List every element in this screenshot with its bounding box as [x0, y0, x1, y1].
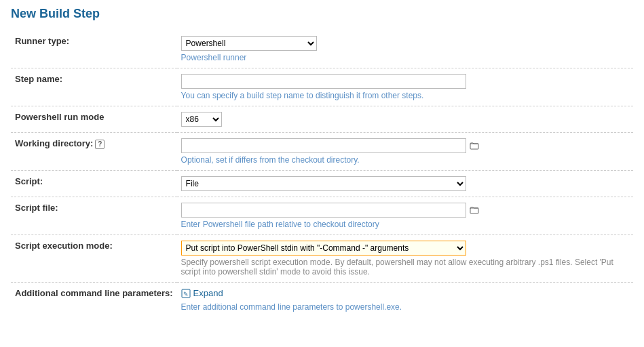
execution-mode-select[interactable]: Put script into PowerShell stdin with "-…	[181, 241, 466, 256]
working-dir-row: Working directory:? Optional, set if dif…	[11, 133, 633, 171]
script-file-input[interactable]	[181, 203, 466, 218]
additional-params-hint: Enter additional command line parameters…	[181, 302, 629, 312]
working-dir-label: Working directory:?	[15, 138, 105, 148]
execution-mode-row: Script execution mode: Put script into P…	[11, 235, 633, 283]
script-file-row: Script file: Enter Powershell file path …	[11, 197, 633, 235]
script-row: Script: File Source code	[11, 171, 633, 197]
run-mode-label: Powershell run mode	[15, 112, 104, 122]
svg-rect-0	[470, 144, 478, 149]
working-dir-input[interactable]	[181, 138, 466, 153]
runner-type-hint: Powershell runner	[181, 53, 629, 62]
script-file-hint: Enter Powershell file path relative to c…	[181, 220, 629, 229]
page-title: New Build Step	[11, 7, 633, 21]
build-step-form: Runner type: Powershell Powershell runne…	[11, 30, 633, 317]
script-label: Script:	[15, 176, 43, 186]
expand-link[interactable]: ✎ Expand	[181, 288, 223, 298]
expand-icon: ✎	[181, 289, 191, 298]
execution-mode-hint: Specify powershell script execution mode…	[181, 258, 629, 277]
step-name-row: Step name: You can specify a build step …	[11, 68, 633, 106]
svg-rect-1	[470, 208, 478, 213]
script-select[interactable]: File Source code	[181, 176, 466, 191]
step-name-hint: You can specify a build step name to dis…	[181, 91, 629, 100]
working-dir-hint: Optional, set if differs from the checko…	[181, 155, 629, 165]
working-dir-browse-icon[interactable]	[469, 140, 480, 151]
runner-type-select[interactable]: Powershell	[181, 36, 317, 51]
additional-params-label: Additional command line parameters:	[15, 288, 173, 298]
run-mode-row: Powershell run mode x86 x64	[11, 106, 633, 133]
working-dir-help-icon[interactable]: ?	[95, 140, 105, 149]
script-file-label: Script file:	[15, 203, 58, 213]
runner-type-row: Runner type: Powershell Powershell runne…	[11, 30, 633, 68]
expand-label: Expand	[193, 288, 223, 298]
step-name-input[interactable]	[181, 74, 466, 89]
execution-mode-label: Script execution mode:	[15, 241, 113, 251]
run-mode-select[interactable]: x86 x64	[181, 112, 222, 127]
additional-params-row: Additional command line parameters: ✎ Ex…	[11, 283, 633, 317]
script-file-browse-icon[interactable]	[469, 205, 480, 216]
step-name-label: Step name:	[15, 74, 62, 84]
svg-text:✎: ✎	[183, 291, 189, 298]
runner-type-label: Runner type:	[15, 36, 69, 46]
